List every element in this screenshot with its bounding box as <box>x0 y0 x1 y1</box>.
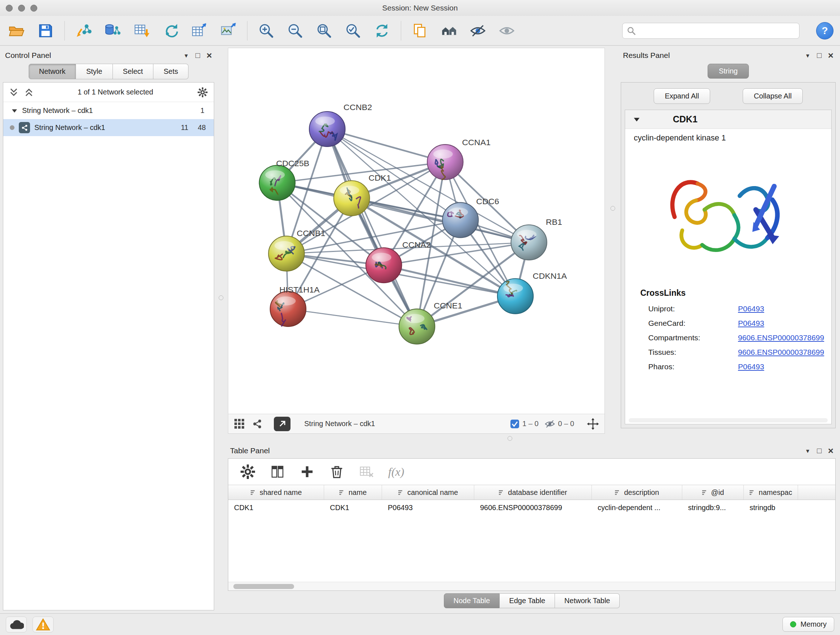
copy-document-button[interactable] <box>410 21 430 41</box>
gear-icon[interactable] <box>197 87 208 98</box>
network-node-CDKN1A[interactable] <box>497 279 533 314</box>
show-all-button[interactable] <box>497 21 517 41</box>
window-titlebar: Session: New Session <box>0 0 840 16</box>
import-network-file-button[interactable] <box>73 21 94 41</box>
table-horizontal-scrollbar[interactable] <box>228 582 835 591</box>
crosslink-link[interactable]: P06493 <box>738 319 764 328</box>
collapse-all-chevron-icon[interactable] <box>9 88 19 97</box>
zoom-window-button[interactable] <box>30 5 37 11</box>
column-header-namespac[interactable]: namespac <box>744 485 798 500</box>
column-header-shared-name[interactable]: shared name <box>228 485 324 500</box>
tab-sets[interactable]: Sets <box>153 64 188 79</box>
zoom-selected-button[interactable] <box>343 21 363 41</box>
hidden-eye-icon[interactable] <box>545 418 555 429</box>
zoom-fit-button[interactable] <box>314 21 334 41</box>
crosslink-link[interactable]: P06493 <box>738 363 764 371</box>
zoom-out-button[interactable] <box>285 21 305 41</box>
panel-menu-caret-icon[interactable]: ▼ <box>805 448 810 454</box>
expand-all-chevron-icon[interactable] <box>24 88 34 97</box>
panel-menu-caret-icon[interactable]: ▼ <box>183 52 189 59</box>
search-input[interactable] <box>639 27 795 35</box>
panel-close-icon[interactable]: × <box>207 51 212 60</box>
table-settings-gear-icon[interactable] <box>240 464 256 480</box>
splitter-handle[interactable] <box>508 436 512 441</box>
panel-close-icon[interactable]: × <box>828 446 834 455</box>
panel-float-icon[interactable]: □ <box>817 447 821 455</box>
tab-select[interactable]: Select <box>113 64 154 79</box>
network-collection-row[interactable]: String Network – cdk1 1 <box>3 102 214 119</box>
panel-float-icon[interactable]: □ <box>817 51 821 60</box>
export-table-button[interactable] <box>189 21 210 41</box>
network-from-selection-button[interactable] <box>160 21 180 41</box>
network-node-CDC25B[interactable] <box>259 165 295 200</box>
zoom-in-button[interactable] <box>256 21 276 41</box>
table-splitter[interactable] <box>228 434 836 443</box>
panel-float-icon[interactable]: □ <box>195 51 200 60</box>
add-column-icon[interactable] <box>299 464 315 480</box>
network-node-RB1[interactable] <box>511 225 547 260</box>
crosslink-link[interactable]: P06493 <box>738 304 764 313</box>
network-node-CDK1[interactable] <box>334 181 370 216</box>
network-node-CCNE1[interactable] <box>399 309 435 344</box>
network-canvas[interactable]: CCNB2CCNA1CDC25BCDK1CDC6RB1CCNB1CCNA2CDK… <box>228 48 605 414</box>
first-neighbors-button[interactable] <box>439 21 459 41</box>
tab-network[interactable]: Network <box>28 64 76 79</box>
checkbox-icon[interactable] <box>510 419 519 429</box>
warnings-button[interactable] <box>33 616 54 632</box>
network-node-CCNB1[interactable] <box>268 236 304 271</box>
network-node-CCNA1[interactable] <box>427 144 463 180</box>
right-splitter[interactable] <box>605 48 621 434</box>
help-button[interactable]: ? <box>816 22 834 40</box>
network-node-CCNB2[interactable] <box>309 111 345 147</box>
hide-selected-button[interactable] <box>468 21 488 41</box>
import-table-button[interactable] <box>131 21 152 41</box>
tab-style[interactable]: Style <box>76 64 112 79</box>
birds-eye-view-icon[interactable] <box>233 418 246 430</box>
pan-move-icon[interactable] <box>586 417 600 431</box>
tab-node-table[interactable]: Node Table <box>444 593 500 608</box>
export-view-button[interactable] <box>274 417 291 431</box>
network-row[interactable]: String Network – cdk1 11 48 <box>3 119 214 136</box>
delete-column-icon[interactable] <box>329 464 345 480</box>
tab-edge-table[interactable]: Edge Table <box>500 593 555 608</box>
function-builder-button[interactable]: f(x) <box>388 465 404 478</box>
expand-all-button[interactable]: Expand All <box>654 88 711 104</box>
minimize-window-button[interactable] <box>18 5 25 11</box>
network-node-CCNA2[interactable] <box>366 248 401 283</box>
collapse-all-button[interactable]: Collapse All <box>743 88 803 104</box>
network-node-HIST1H1A[interactable] <box>270 291 306 326</box>
column-header-description[interactable]: description <box>592 485 682 500</box>
section-collapse-caret-icon[interactable] <box>633 116 640 123</box>
results-scrollbar[interactable] <box>629 418 828 423</box>
tab-network-table[interactable]: Network Table <box>555 593 620 608</box>
column-header-name[interactable]: name <box>324 485 382 500</box>
left-splitter[interactable] <box>214 48 228 610</box>
column-header-canonical-name[interactable]: canonical name <box>382 485 474 500</box>
close-window-button[interactable] <box>6 5 13 11</box>
scrollbar-thumb[interactable] <box>233 584 294 589</box>
window-title: Session: New Session <box>0 4 840 12</box>
save-session-button[interactable] <box>35 21 56 41</box>
column-header-database-identifier[interactable]: database identifier <box>474 485 592 500</box>
tree-expand-caret-icon[interactable] <box>11 108 18 114</box>
column-header--id[interactable]: @id <box>682 485 744 500</box>
memory-button[interactable]: Memory <box>783 617 834 632</box>
results-panel: Results Panel ▼ □ × String Expand All <box>621 48 836 434</box>
network-share-icon[interactable] <box>251 418 263 430</box>
panel-menu-caret-icon[interactable]: ▼ <box>805 52 810 59</box>
crosslink-link[interactable]: 9606.ENSP00000378699 <box>738 348 824 356</box>
protein-section-header[interactable]: CDK1 <box>625 110 831 129</box>
open-session-button[interactable] <box>6 21 27 41</box>
splitter-handle[interactable] <box>219 295 224 300</box>
splitter-handle[interactable] <box>611 206 615 211</box>
crosslink-link[interactable]: 9606.ENSP00000378699 <box>738 333 824 342</box>
tab-string[interactable]: String <box>707 64 749 79</box>
cloud-status-button[interactable] <box>6 616 27 632</box>
import-network-database-button[interactable] <box>103 21 123 41</box>
apply-layout-button[interactable] <box>372 21 392 41</box>
panel-close-icon[interactable]: × <box>828 51 834 60</box>
table-row[interactable]: CDK1CDK1P064939606.ENSP00000378699cyclin… <box>228 500 835 515</box>
show-columns-icon[interactable] <box>270 464 286 480</box>
export-image-button[interactable] <box>218 21 238 41</box>
network-node-CDC6[interactable] <box>442 203 478 238</box>
